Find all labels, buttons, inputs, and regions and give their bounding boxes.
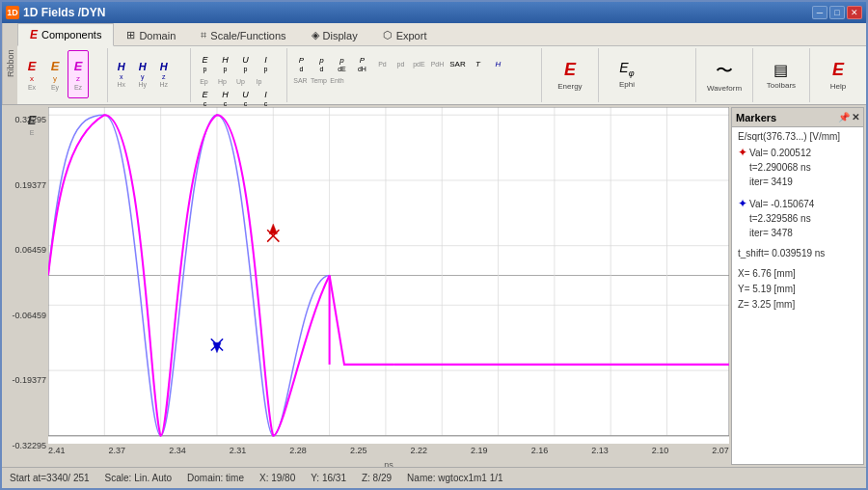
x-label-12: 2.07 [712, 446, 729, 460]
markers-panel: Markers 📌 ✕ E/sqrt(376.73...) [V/mm] ✦ V… [731, 107, 864, 465]
coord-x: X= 6.76 [mm] [738, 266, 857, 282]
markers-coords: X= 6.76 [mm] Y= 5.19 [mm] Z= 3.25 [mm] [738, 266, 857, 313]
x-label-8: 2.19 [471, 446, 488, 460]
t-shift: t_shift= 0.039519 ns [738, 248, 857, 259]
ribbon-group-ep: Ep Hp Up Ip Ep Hp Up Ip Ec [191, 48, 287, 102]
btn-toolbars[interactable]: ▤ Toolbars [757, 51, 805, 99]
y-label-2: 0.19377 [14, 180, 46, 190]
btn-ex[interactable]: E x Ex [21, 50, 42, 98]
status-scale: Scale: Lin. Auto [105, 473, 173, 483]
ribbon-group-waveform: 〜 Waveform [696, 48, 753, 102]
btn-up[interactable]: Up [235, 52, 255, 75]
markers-title: Markers [736, 112, 776, 123]
status-bar: Start at=3340/ 251 Scale: Lin. Auto Doma… [2, 467, 866, 488]
markers-header: Markers 📌 ✕ [732, 108, 863, 127]
tab-export-icon: ⬡ [383, 29, 393, 41]
marker-1: ✦ Val= 0.200512 t=2.290068 ns iter= 3419 [738, 146, 857, 189]
content-area: 0.32295 0.19377 0.06459 -0.06459 -0.1937… [2, 105, 866, 467]
x-label-3: 2.34 [169, 446, 186, 460]
tab-domain-label: Domain [139, 30, 176, 41]
x-axis: 2.41 2.37 2.34 2.31 2.28 2.25 2.22 2.19 … [48, 444, 729, 460]
btn-pdh[interactable]: PdH [352, 52, 371, 75]
marker-2-val: Val= -0.150674 [749, 197, 814, 211]
y-axis: 0.32295 0.19377 0.06459 -0.06459 -0.1937… [4, 107, 48, 467]
window-title: 1D Fields /DYN [23, 6, 105, 19]
markers-close-button[interactable]: ✕ [852, 112, 859, 122]
tab-components-label: Components [41, 29, 101, 41]
x-label-2: 2.37 [109, 446, 126, 460]
chart-plot-area: 2.41 2.37 2.34 2.31 2.28 2.25 2.22 2.19 … [48, 107, 729, 467]
btn-ez[interactable]: E z Ez [68, 50, 89, 98]
btn-pd-upper[interactable]: Pd [291, 52, 311, 75]
restore-button[interactable]: □ [829, 6, 845, 19]
chart-svg[interactable] [48, 107, 729, 444]
minimize-button[interactable]: ─ [812, 6, 827, 19]
tab-domain-icon: ⊞ [126, 29, 135, 41]
tab-scale-label: Scale/Functions [210, 30, 285, 41]
x-label-11: 2.10 [652, 446, 669, 460]
marker-1-iter: iter= 3419 [749, 175, 811, 189]
markers-pin-button[interactable]: 📌 [838, 112, 850, 122]
tab-components[interactable]: E Components [17, 23, 114, 46]
ribbon-group-ephi: Eφ Ephi Eθ Etheta [599, 48, 696, 102]
btn-hz[interactable]: H z Hz [154, 50, 174, 98]
app-icon: 1D [6, 6, 19, 19]
marker-2-iter: iter= 3478 [749, 226, 814, 240]
btn-ip[interactable]: Ip [256, 52, 275, 75]
tab-components-icon: E [30, 28, 38, 41]
btn-h2[interactable]: H [488, 54, 507, 75]
status-domain: Domain: time [187, 473, 244, 483]
y-label-4: -0.06459 [12, 311, 46, 320]
btn-help[interactable]: E Help [814, 51, 862, 99]
status-x: X: 19/80 [259, 473, 295, 483]
ribbon-group-help: E Help [810, 48, 866, 102]
marker-1-t: t=2.290068 ns [749, 160, 811, 175]
x-unit: ns [48, 460, 729, 467]
ribbon: Ribbon E Components ⊞ Domain ⌗ Scale/Fun… [2, 23, 866, 105]
tab-scale-functions[interactable]: ⌗ Scale/Functions [188, 23, 298, 46]
status-start: Start at=3340/ 251 [10, 473, 90, 483]
marker-2: ✦ Val= -0.150674 t=2.329586 ns iter= 347… [738, 197, 857, 240]
title-bar: 1D 1D Fields /DYN ─ □ ✕ [2, 2, 866, 23]
ribbon-group-toolbars: ▤ Toolbars [753, 48, 810, 102]
markers-field-label: E/sqrt(376.73...) [V/mm] [738, 131, 857, 142]
y-label-1: 0.32295 [14, 115, 46, 124]
tab-export[interactable]: ⬡ Export [370, 23, 440, 46]
btn-ep[interactable]: Ep [195, 52, 214, 75]
chart-with-axes: 0.32295 0.19377 0.06459 -0.06459 -0.1937… [4, 107, 729, 467]
tab-scale-icon: ⌗ [201, 29, 206, 41]
title-bar-left: 1D 1D Fields /DYN [6, 6, 105, 19]
btn-temp[interactable]: T [468, 54, 487, 75]
app-window: 1D 1D Fields /DYN ─ □ ✕ Ribbon E Compone… [0, 0, 868, 490]
y-label-3: 0.06459 [14, 245, 46, 255]
ribbon-group-e: E x Ex E y Ey E z Ez [17, 48, 108, 102]
y-label-6: -0.32295 [12, 441, 46, 450]
btn-hx[interactable]: H x Hx [112, 50, 131, 98]
btn-pd-lower[interactable]: pd [312, 52, 331, 75]
coord-y: Y= 5.19 [mm] [738, 282, 857, 297]
x-label-9: 2.16 [531, 446, 549, 460]
btn-pde[interactable]: pdE [332, 52, 351, 75]
btn-ephi[interactable]: Eφ Ephi [603, 50, 651, 98]
status-y: Y: 16/31 [311, 473, 346, 483]
tab-export-label: Export [396, 30, 427, 41]
btn-energy[interactable]: E Energy [546, 51, 594, 99]
btn-waveform[interactable]: 〜 Waveform [700, 51, 748, 99]
btn-hp[interactable]: Hp [215, 52, 234, 75]
x-label-7: 2.22 [410, 446, 427, 460]
btn-sar[interactable]: SAR [448, 54, 467, 75]
ribbon-content: E x Ex E y Ey E z Ez [17, 46, 866, 104]
marker-1-symbol: ✦ [738, 146, 747, 159]
x-label-6: 2.25 [350, 446, 367, 460]
marker-2-values: Val= -0.150674 t=2.329586 ns iter= 3478 [749, 197, 814, 240]
ribbon-tabs: E Components ⊞ Domain ⌗ Scale/Functions … [17, 23, 866, 46]
marker-2-t: t=2.329586 ns [749, 211, 814, 226]
tab-display[interactable]: ◈ Display [299, 23, 370, 46]
tab-domain[interactable]: ⊞ Domain [114, 23, 188, 46]
chart-container: 0.32295 0.19377 0.06459 -0.06459 -0.1937… [2, 105, 731, 467]
close-button[interactable]: ✕ [847, 6, 862, 19]
btn-ey[interactable]: E y Ey [44, 50, 66, 98]
status-z: Z: 8/29 [362, 473, 392, 483]
btn-hy[interactable]: H y Hy [133, 50, 152, 98]
marker-2-symbol: ✦ [738, 197, 747, 210]
